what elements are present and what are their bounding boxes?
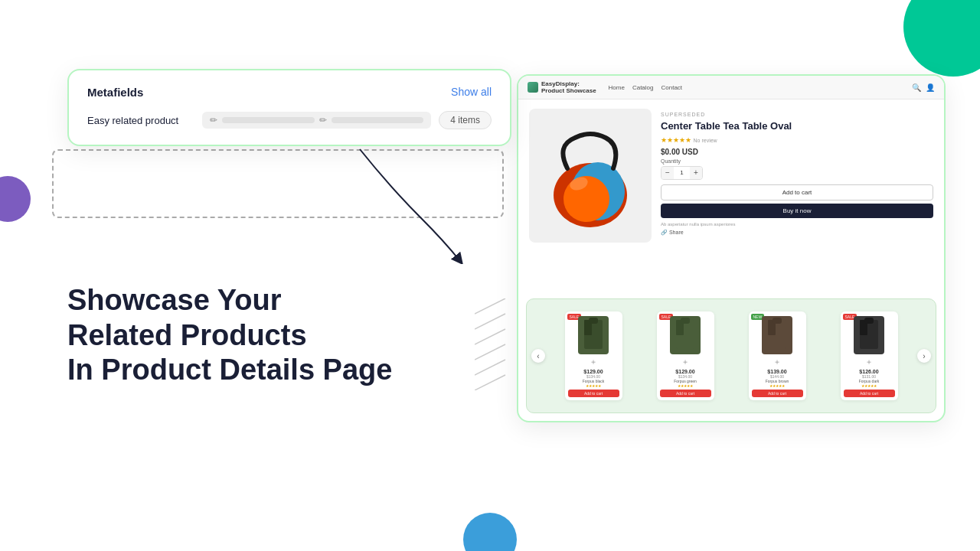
related-stars-0: ★★★★★ — [586, 383, 601, 388]
product-no-review: No review — [694, 138, 717, 143]
qty-decrease-btn[interactable]: − — [662, 167, 674, 179]
related-next-btn[interactable]: › — [917, 349, 931, 363]
qty-value: 1 — [674, 169, 690, 176]
related-product-img-2 — [762, 316, 792, 354]
brand-name: EasyDisplay: Product Showcase — [541, 80, 596, 94]
product-share[interactable]: 🔗 Share — [661, 230, 933, 236]
svg-line-5 — [475, 375, 505, 390]
svg-rect-18 — [773, 318, 782, 324]
product-qty-control: − 1 + — [661, 166, 703, 180]
show-all-link[interactable]: Show all — [451, 86, 492, 98]
nav-home[interactable]: Home — [609, 84, 625, 91]
blue-circle-decoration — [463, 513, 517, 551]
product-description: Ab asperiatur nulla ipsum asperiores — [661, 222, 933, 227]
dashed-connector-box — [52, 149, 504, 218]
hero-text-block: Showcase Your Related Products In Produc… — [67, 283, 392, 388]
items-badge: 4 items — [439, 111, 492, 129]
product-brand: SUPERSEDED — [661, 112, 933, 117]
related-price-3: $126.00 — [859, 369, 878, 374]
jacket-svg-3 — [854, 316, 884, 354]
svg-rect-12 — [589, 318, 598, 324]
metafields-card: Metafields Show all Easy related product… — [67, 69, 511, 146]
related-wishlist-2[interactable]: ＋ — [773, 357, 781, 367]
svg-rect-15 — [681, 318, 690, 324]
product-showcase-card: EasyDisplay: Product Showcase Home Catal… — [517, 74, 946, 422]
metafields-row-label: Easy related product — [87, 115, 194, 126]
product-image-area — [529, 109, 652, 243]
browser-logo: EasyDisplay: Product Showcase — [528, 80, 596, 94]
related-stars-3: ★★★★★ — [861, 383, 877, 388]
related-add-btn-2[interactable]: Add to cart — [752, 390, 803, 397]
related-price-0: $129.00 — [583, 369, 603, 374]
related-price-1: $129.00 — [675, 369, 694, 374]
product-details: SUPERSEDED Center Table Tea Table Oval ★… — [661, 109, 933, 295]
related-wishlist-1[interactable]: ＋ — [681, 357, 689, 367]
product-stars: ★★★★★ No review — [661, 136, 933, 144]
product-name: Center Table Tea Table Oval — [661, 120, 933, 133]
cart-icon[interactable]: 👤 — [926, 83, 935, 92]
related-product-item: NEW ＋ $139.00 $144.00 Forpus brown ★★★★★… — [749, 311, 806, 400]
related-add-btn-3[interactable]: Add to cart — [844, 390, 895, 397]
product-quantity-label: Quantity — [661, 158, 933, 164]
pill-bar-2 — [332, 117, 424, 123]
hero-line1: Showcase Your — [67, 284, 281, 316]
related-wishlist-0[interactable]: ＋ — [590, 357, 597, 367]
related-product-item: SALE ＋ $129.00 $134.00 Forpus green ★★★★… — [657, 311, 714, 400]
svg-line-0 — [475, 298, 505, 314]
related-price-2: $139.00 — [767, 369, 786, 374]
related-prev-btn[interactable]: ‹ — [531, 349, 545, 363]
related-product-item: SALE ＋ $126.00 $131.00 Forpus dark ★★★★★… — [841, 311, 898, 400]
related-add-btn-0[interactable]: Add to cart — [568, 390, 619, 397]
svg-line-2 — [475, 329, 505, 344]
related-products-list: SALE ＋ $129.00 $134.00 Forpus black ★★★★… — [550, 311, 913, 400]
pencil-icon: ✏ — [210, 115, 217, 126]
metafields-card-title: Metafields — [87, 86, 492, 99]
related-add-btn-1[interactable]: Add to cart — [660, 390, 711, 397]
product-image-svg — [544, 122, 636, 230]
svg-line-3 — [475, 344, 505, 360]
related-stars-2: ★★★★★ — [769, 383, 785, 388]
related-wishlist-3[interactable]: ＋ — [865, 357, 873, 367]
svg-line-1 — [475, 314, 505, 329]
svg-rect-21 — [864, 318, 874, 324]
browser-icons: 🔍 👤 — [912, 83, 935, 92]
brand-logo-icon — [528, 82, 538, 93]
jacket-svg-1 — [670, 316, 701, 354]
add-to-cart-btn[interactable]: Add to cart — [661, 184, 933, 201]
related-product-item: SALE ＋ $129.00 $134.00 Forpus black ★★★★… — [565, 311, 622, 400]
related-product-img-1 — [670, 316, 701, 354]
nav-catalog[interactable]: Catalog — [632, 84, 654, 91]
browser-nav: Home Catalog Contact — [609, 84, 683, 91]
svg-line-4 — [475, 360, 505, 375]
related-product-img-0 — [578, 316, 609, 354]
related-stars-1: ★★★★★ — [678, 383, 693, 388]
purple-circle-decoration — [0, 176, 31, 222]
hero-line2: Related Products — [67, 319, 307, 351]
related-product-img-3 — [854, 316, 884, 354]
qty-increase-btn[interactable]: + — [690, 167, 702, 179]
search-icon[interactable]: 🔍 — [912, 83, 921, 92]
metafields-pill: ✏ ✏ — [202, 112, 431, 129]
related-products-strip: ‹ SALE ＋ $129.00 $134.00 Forpus black ★★… — [526, 298, 936, 413]
product-price: $0.00 USD — [661, 148, 933, 156]
teal-circle-decoration — [903, 0, 980, 77]
jacket-svg-0 — [578, 316, 609, 354]
metafields-row: Easy related product ✏ ✏ 4 items — [87, 111, 492, 129]
buy-now-btn[interactable]: Buy it now — [661, 204, 933, 218]
hero-line3: In Product Details Page — [67, 354, 392, 386]
product-page-content: SUPERSEDED Center Table Tea Table Oval ★… — [518, 99, 944, 305]
diagonal-lines-decoration — [475, 298, 513, 390]
jacket-svg-2 — [762, 316, 792, 354]
pencil-icon-2: ✏ — [319, 115, 327, 126]
nav-contact[interactable]: Contact — [662, 84, 683, 91]
pill-bar — [222, 117, 315, 123]
browser-bar: EasyDisplay: Product Showcase Home Catal… — [518, 76, 944, 99]
